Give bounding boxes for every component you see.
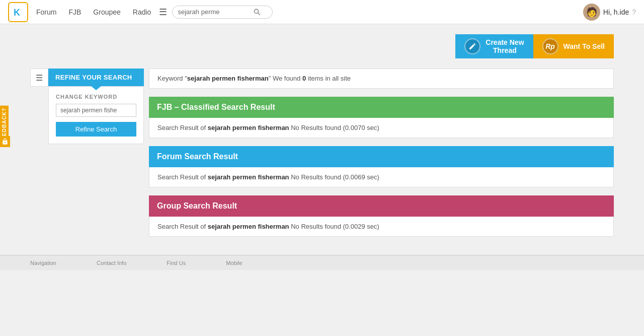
- main-content: ☰ REFINE YOUR SEARCH CHANGE KEYWORD Refi…: [0, 69, 644, 255]
- user-greeting: Hi, h.ide: [603, 8, 629, 16]
- fjb-result-header: FJB – Classified Search Result: [149, 97, 614, 118]
- svg-text:K: K: [14, 8, 20, 18]
- fjb-keyword: sejarah permen fisherman: [208, 124, 289, 131]
- forum-result-title: Forum Search Result: [157, 152, 238, 161]
- footer-contact-info: Contact Info: [97, 260, 126, 266]
- footer-find-us: Find Us: [167, 260, 186, 266]
- keyword-input[interactable]: [56, 104, 136, 117]
- forum-result-header: Forum Search Result: [149, 146, 614, 167]
- rp-symbol: Rp: [545, 42, 555, 50]
- sidebar-left: ☰: [30, 69, 48, 87]
- avatar: 🧑: [583, 4, 600, 21]
- group-result-suffix: No Results found (0.0029 sec): [289, 223, 379, 230]
- forum-keyword: sejarah permen fisherman: [208, 173, 289, 181]
- header: K Forum FJB Groupee Radio ☰ 🧑 Hi, h.ide …: [0, 0, 644, 24]
- forum-result-suffix: No Results found (0.0069 sec): [289, 173, 379, 181]
- group-keyword: sejarah permen fisherman: [208, 223, 289, 230]
- sidebar: REFINE YOUR SEARCH CHANGE KEYWORD Refine…: [48, 69, 144, 144]
- lock-icon: [2, 138, 9, 145]
- help-icon[interactable]: ?: [632, 8, 636, 16]
- forum-result-prefix: Search Result of: [157, 173, 208, 181]
- search-icon[interactable]: [253, 8, 261, 16]
- change-keyword-label: CHANGE KEYWORD: [56, 94, 136, 100]
- pencil-icon: [464, 38, 480, 54]
- header-right: 🧑 Hi, h.ide ?: [583, 4, 636, 21]
- rp-icon: Rp: [542, 38, 558, 54]
- search-bar: [172, 6, 273, 19]
- footer: Navigation Contact Info Find Us Mobile: [0, 255, 644, 270]
- want-to-sell-label: Want To Sell: [564, 42, 605, 50]
- refine-search-button[interactable]: Refine Search: [56, 122, 136, 137]
- group-result-title: Group Search Result: [157, 201, 237, 210]
- fjb-result-title: FJB – Classified Search Result: [157, 103, 275, 111]
- fjb-result-body: Search Result of sejarah permen fisherma…: [149, 118, 614, 138]
- group-result-body: Search Result of sejarah permen fisherma…: [149, 217, 614, 237]
- action-bar: Create NewThread Rp Want To Sell: [0, 24, 644, 69]
- svg-point-1: [255, 9, 259, 13]
- forum-section: Forum Search Result Search Result of sej…: [149, 146, 614, 187]
- k-logo-icon: K: [12, 6, 24, 18]
- nav-fjb[interactable]: FJB: [68, 8, 81, 16]
- refine-search-header: REFINE YOUR SEARCH: [48, 69, 144, 86]
- feedback-icon[interactable]: [0, 136, 10, 147]
- refine-search-title: REFINE YOUR SEARCH: [55, 74, 132, 81]
- group-result-header: Group Search Result: [149, 195, 614, 217]
- hamburger-menu-icon[interactable]: ☰: [159, 7, 167, 18]
- footer-navigation: Navigation: [30, 260, 56, 266]
- user-info: 🧑 Hi, h.ide ?: [583, 4, 636, 21]
- group-result-prefix: Search Result of: [157, 223, 208, 230]
- create-thread-button[interactable]: Create NewThread: [455, 34, 533, 58]
- sidebar-toggle[interactable]: ☰: [30, 69, 48, 87]
- want-to-sell-button[interactable]: Rp Want To Sell: [533, 34, 614, 58]
- nav-radio[interactable]: Radio: [133, 8, 151, 16]
- keyword-bar: Keyword "sejarah permen fisherman" We fo…: [149, 69, 614, 89]
- svg-line-2: [258, 13, 260, 15]
- pencil-svg: [468, 42, 476, 50]
- forum-result-body: Search Result of sejarah permen fisherma…: [149, 167, 614, 187]
- create-thread-label: Create NewThread: [486, 38, 524, 54]
- keyword-bar-suffix: " We found: [269, 75, 302, 82]
- fjb-result-prefix: Search Result of: [157, 124, 208, 131]
- footer-mobile: Mobile: [226, 260, 242, 266]
- group-section: Group Search Result Search Result of sej…: [149, 195, 614, 237]
- fjb-result-suffix: No Results found (0.0070 sec): [289, 124, 379, 131]
- keyword-bar-keyword: sejarah permen fisherman: [187, 75, 269, 82]
- sidebar-area: ☰ REFINE YOUR SEARCH CHANGE KEYWORD Refi…: [30, 69, 144, 245]
- refine-panel: CHANGE KEYWORD Refine Search: [48, 86, 144, 144]
- results-area: Keyword "sejarah permen fisherman" We fo…: [144, 69, 614, 245]
- logo[interactable]: K: [8, 2, 28, 22]
- main-nav: Forum FJB Groupee Radio: [36, 8, 151, 16]
- nav-forum[interactable]: Forum: [36, 8, 56, 16]
- search-input[interactable]: [178, 8, 253, 16]
- hamburger-icon: ☰: [36, 73, 43, 83]
- keyword-bar-suffix2: items in all site: [306, 75, 351, 82]
- nav-groupee[interactable]: Groupee: [93, 8, 120, 16]
- fjb-section: FJB – Classified Search Result Search Re…: [149, 97, 614, 138]
- keyword-bar-prefix: Keyword ": [157, 75, 187, 82]
